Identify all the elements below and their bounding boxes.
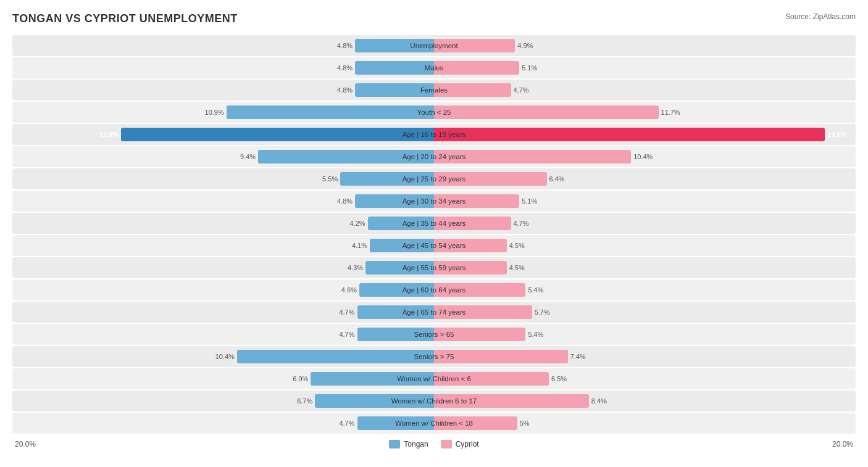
right-value: 6.4% <box>549 175 569 183</box>
right-section: 4.9% <box>434 35 856 56</box>
bar-row: 4.1% 4.5% Age | 45 to 54 years <box>12 235 856 256</box>
right-section: 5.7% <box>434 302 856 323</box>
blue-bar <box>355 39 434 52</box>
bar-row: 10.9% 11.7% Youth < 25 <box>12 102 856 123</box>
blue-bar <box>121 128 434 141</box>
bar-row: 4.8% 5.1% Age | 30 to 34 years <box>12 191 856 212</box>
blue-bar <box>357 328 435 341</box>
left-section: 4.2% <box>12 213 434 234</box>
left-value: 5.5% <box>318 175 338 183</box>
bar-row: 4.6% 5.4% Age | 60 to 64 years <box>12 279 856 300</box>
right-section: 4.5% <box>434 257 856 278</box>
left-section: 4.8% <box>12 57 434 78</box>
left-section: 4.8% <box>12 80 434 101</box>
left-value: 10.9% <box>204 109 224 116</box>
bar-row: 10.4% 7.4% Seniors > 75 <box>12 346 856 367</box>
cypriot-label: Cypriot <box>456 440 479 448</box>
left-value: 10.4% <box>215 353 235 360</box>
legend-item-cypriot: Cypriot <box>441 440 479 448</box>
pink-bar <box>434 328 525 341</box>
right-value: 5.4% <box>528 331 548 338</box>
pink-bar <box>434 283 525 297</box>
left-section: 10.4% <box>12 346 434 367</box>
right-value: 5.1% <box>522 64 541 72</box>
right-section: 4.7% <box>434 80 856 101</box>
right-value: 10.4% <box>633 153 653 160</box>
bar-inner: 6.7% 8.4% Women w/ Children 6 to 17 <box>12 391 856 411</box>
left-section: 10.9% <box>12 102 434 123</box>
right-section: 7.4% <box>434 346 856 367</box>
left-value: 4.2% <box>346 220 365 227</box>
pink-bar <box>434 172 547 186</box>
chart-footer: 20.0% Tongan Cypriot 20.0% <box>12 440 856 448</box>
bar-row: 4.8% 4.7% Females <box>12 80 856 101</box>
pink-bar <box>434 83 511 97</box>
right-value: 5.1% <box>522 197 541 205</box>
left-section: 9.4% <box>12 146 434 167</box>
pink-bar <box>434 239 507 252</box>
pink-bar <box>434 372 549 386</box>
blue-bar <box>359 283 434 297</box>
right-value: 4.5% <box>509 264 529 271</box>
right-section: 5% <box>434 413 856 434</box>
right-section: 6.4% <box>434 168 856 189</box>
blue-bar <box>355 194 434 208</box>
bar-row: 6.9% 6.5% Women w/ Children < 6 <box>12 368 856 389</box>
bar-row: 6.7% 8.4% Women w/ Children 6 to 17 <box>12 391 856 411</box>
bar-inner: 4.8% 5.1% Age | 30 to 34 years <box>12 191 856 212</box>
bar-inner: 4.6% 5.4% Age | 60 to 64 years <box>12 279 856 300</box>
right-section: 11.7% <box>434 102 856 123</box>
left-section: 15.9% <box>12 124 434 145</box>
left-value: 4.7% <box>335 419 355 427</box>
chart-header: TONGAN VS CYPRIOT UNEMPLOYMENT Source: Z… <box>12 12 856 25</box>
bar-row: 4.8% 4.9% Unemployment <box>12 35 856 56</box>
left-section: 4.8% <box>12 35 434 56</box>
right-section: 5.4% <box>434 279 856 300</box>
right-section: 8.4% <box>434 391 856 411</box>
scale-left: 20.0% <box>15 440 36 448</box>
right-value: 5% <box>520 419 540 427</box>
blue-bar <box>357 416 435 430</box>
right-value: 4.5% <box>509 242 529 249</box>
pink-bar <box>434 217 511 230</box>
right-value: 5.4% <box>528 286 548 294</box>
pink-bar <box>434 394 589 408</box>
left-section: 4.8% <box>12 191 434 212</box>
left-value: 4.8% <box>333 42 353 49</box>
pink-bar <box>434 61 519 75</box>
right-value: 19.6% <box>827 131 847 138</box>
chart-source: Source: ZipAtlas.com <box>785 12 856 21</box>
chart-container: TONGAN VS CYPRIOT UNEMPLOYMENT Source: Z… <box>12 12 856 448</box>
left-value: 4.8% <box>333 64 353 72</box>
blue-bar <box>340 172 434 186</box>
tongan-swatch <box>389 440 400 448</box>
right-value: 8.4% <box>591 397 611 405</box>
left-value: 4.6% <box>337 286 357 294</box>
left-section: 6.7% <box>12 391 434 411</box>
blue-bar <box>355 83 434 97</box>
chart-title: TONGAN VS CYPRIOT UNEMPLOYMENT <box>12 12 238 25</box>
bar-row: 9.4% 10.4% Age | 20 to 24 years <box>12 146 856 167</box>
bar-inner: 4.3% 4.5% Age | 55 to 59 years <box>12 257 856 278</box>
bar-row: 15.9% 19.6% Age | 16 to 19 years <box>12 124 856 145</box>
right-value: 5.7% <box>535 308 554 316</box>
blue-bar <box>357 305 435 319</box>
bar-inner: 9.4% 10.4% Age | 20 to 24 years <box>12 146 856 167</box>
bar-row: 4.7% 5% Women w/ Children < 18 <box>12 413 856 434</box>
pink-bar <box>434 105 659 119</box>
right-value: 4.7% <box>514 86 533 94</box>
left-section: 4.7% <box>12 302 434 323</box>
blue-bar <box>368 217 434 230</box>
left-section: 5.5% <box>12 168 434 189</box>
right-value: 11.7% <box>661 109 681 116</box>
bar-inner: 4.8% 5.1% Males <box>12 57 856 78</box>
pink-bar <box>434 305 532 319</box>
chart-body: 4.8% 4.9% Unemployment 4.8% 5.1% Males <box>12 35 856 434</box>
blue-bar <box>311 372 434 386</box>
tongan-label: Tongan <box>404 440 428 448</box>
bar-inner: 4.1% 4.5% Age | 45 to 54 years <box>12 235 856 256</box>
bar-row: 4.3% 4.5% Age | 55 to 59 years <box>12 257 856 278</box>
blue-bar <box>365 261 434 275</box>
left-section: 4.7% <box>12 413 434 434</box>
right-value: 4.7% <box>514 220 533 227</box>
